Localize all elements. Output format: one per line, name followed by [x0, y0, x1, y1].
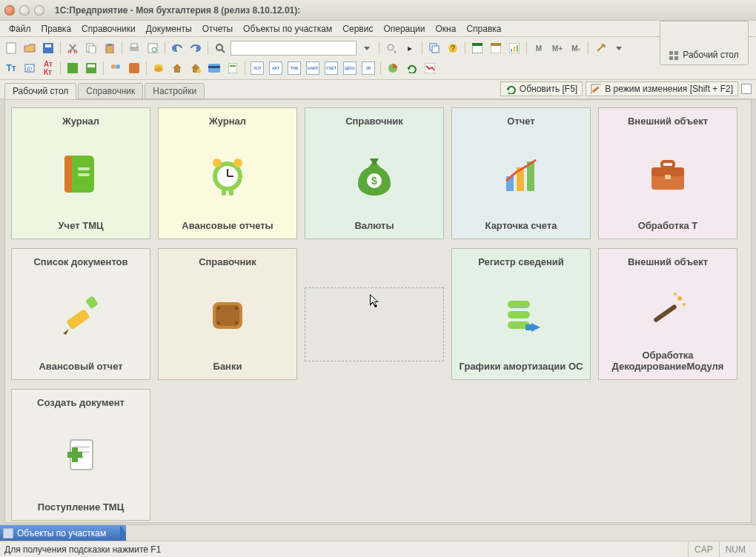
- find-icon[interactable]: [212, 40, 228, 56]
- card-name: Обработка Т: [638, 220, 698, 234]
- cut-icon[interactable]: [64, 40, 81, 56]
- card-5[interactable]: Список документовАвансовый отчет: [11, 248, 150, 380]
- help-icon[interactable]: ?: [445, 40, 461, 56]
- crate-icon: [163, 267, 292, 361]
- save-icon[interactable]: [40, 40, 56, 56]
- doc-type-накл[interactable]: НАКЛ: [305, 60, 321, 76]
- window-title: 1С:Предприятие - Моя бухгалтерия 8 (рели…: [55, 5, 300, 16]
- search-input[interactable]: [231, 41, 357, 56]
- house-money-icon[interactable]: [188, 60, 204, 76]
- doc-type-цен1[interactable]: ЦЕН1: [342, 60, 358, 76]
- dropdown-icon[interactable]: [359, 40, 375, 56]
- menu-file[interactable]: Файл: [4, 22, 36, 36]
- menu-edit[interactable]: Правка: [37, 22, 76, 36]
- doc-type-зп[interactable]: ЗП: [360, 60, 377, 76]
- card-4[interactable]: Внешний объектОбработка Т: [598, 107, 737, 239]
- report-icon[interactable]: [506, 40, 523, 56]
- card-2[interactable]: СправочникВалюты: [305, 107, 444, 239]
- doc-green-icon[interactable]: [225, 60, 241, 76]
- taskbar-item[interactable]: Объекты по участкам: [0, 525, 126, 541]
- tt-icon[interactable]: Тт: [3, 60, 19, 76]
- open-icon[interactable]: [21, 40, 38, 56]
- clock-icon: [163, 127, 292, 220]
- window-minimize-button[interactable]: [19, 5, 30, 16]
- edit-mode-button[interactable]: В режим изменения [Shift + F2]: [586, 81, 738, 96]
- menu-reports[interactable]: Отчеты: [198, 22, 237, 36]
- edit-icon: [591, 84, 601, 94]
- tab-desktop[interactable]: Рабочий стол: [4, 83, 76, 99]
- refresh-label: Обновить [F5]: [520, 84, 577, 94]
- undo-icon[interactable]: [169, 40, 185, 56]
- tab-catalog[interactable]: Справочник: [78, 83, 143, 99]
- panel1-icon[interactable]: [64, 60, 81, 76]
- windows-icon[interactable]: [426, 40, 442, 56]
- status-num: NUM: [719, 542, 752, 557]
- card-category: Журнал: [62, 116, 99, 127]
- house-icon[interactable]: [169, 60, 185, 76]
- copy-icon[interactable]: [83, 40, 99, 56]
- desktop-area: ЖурналУчет ТМЦЖурналАвансовые отчетыСпра…: [4, 99, 752, 523]
- grid-icon: [669, 51, 678, 60]
- window-close-button[interactable]: [4, 5, 15, 16]
- tools-dd-icon[interactable]: [611, 40, 627, 56]
- menu-ops[interactable]: Операции: [379, 22, 429, 36]
- account-icon[interactable]: Дт: [21, 60, 38, 76]
- desktop-widget-label: Рабочий стол: [683, 50, 738, 60]
- card-category: Журнал: [209, 116, 246, 127]
- wand-icon: [603, 267, 732, 350]
- chart-down-icon[interactable]: [422, 60, 438, 76]
- calendar-icon[interactable]: [469, 40, 485, 56]
- menu-objects[interactable]: Объекты по участкам: [239, 22, 336, 36]
- users-icon[interactable]: [107, 60, 124, 76]
- svg-rect-65: [131, 44, 137, 47]
- card-category: Список документов: [33, 256, 127, 267]
- m-minus-label: M-: [568, 44, 584, 53]
- card-icon[interactable]: [206, 60, 222, 76]
- book-icon[interactable]: [126, 60, 142, 76]
- redo-icon[interactable]: [188, 40, 204, 56]
- coins-icon[interactable]: [150, 60, 167, 76]
- svg-point-97: [154, 67, 163, 72]
- card-3[interactable]: ОтчетКарточка счета: [451, 107, 591, 239]
- panel2-icon[interactable]: [83, 60, 99, 76]
- new-doc-icon[interactable]: [3, 40, 19, 56]
- menu-help[interactable]: Справка: [462, 22, 505, 36]
- menu-service[interactable]: Сервис: [338, 22, 377, 36]
- doc-type-усл[interactable]: УСЛ: [249, 60, 265, 76]
- window-maximize-button[interactable]: [34, 5, 44, 16]
- moneybag-icon: [310, 127, 439, 220]
- goto-icon[interactable]: ▸: [402, 40, 418, 56]
- card-category: Регистр сведений: [478, 256, 564, 267]
- refresh-green-icon[interactable]: [403, 60, 420, 76]
- toolbar-row-2: Тт Дт АтКт УСЛАКТТОВНАКЛСЧЕТЦЕН1ЗП: [3, 59, 753, 77]
- print-icon[interactable]: [126, 40, 142, 56]
- card-name: Карточка счета: [485, 220, 557, 234]
- card-9[interactable]: Внешний объектОбработка ДекодированиеМод…: [598, 248, 737, 380]
- paste-icon[interactable]: [102, 40, 118, 56]
- card-name: Авансовые отчеты: [182, 220, 273, 234]
- menu-windows[interactable]: Окна: [431, 22, 461, 36]
- tab-settings[interactable]: Настройки: [145, 83, 205, 99]
- svg-rect-103: [228, 63, 237, 73]
- edit-mode-checkbox[interactable]: [741, 84, 752, 94]
- doc-type-счет[interactable]: СЧЕТ: [323, 60, 339, 76]
- card-8[interactable]: Регистр сведенийГрафики амортизации ОС: [451, 248, 591, 380]
- card-10[interactable]: Создать документПоступление ТМЦ: [11, 389, 150, 521]
- doc-type-тов[interactable]: ТОВ: [286, 60, 302, 76]
- card-0[interactable]: ЖурналУчет ТМЦ: [11, 107, 150, 239]
- doc-type-акт[interactable]: АКТ: [268, 60, 284, 76]
- refresh-button[interactable]: Обновить [F5]: [500, 81, 583, 96]
- tools-icon[interactable]: [592, 40, 609, 56]
- menu-catalog[interactable]: Справочники: [77, 22, 140, 36]
- card-category: Справочник: [199, 256, 256, 267]
- card-1[interactable]: ЖурналАвансовые отчеты: [158, 107, 297, 239]
- pie-icon[interactable]: [385, 60, 401, 76]
- svg-point-70: [216, 44, 222, 50]
- desktop-widget[interactable]: Рабочий стол: [660, 21, 749, 65]
- menu-docs[interactable]: Документы: [142, 22, 196, 36]
- card-6[interactable]: СправочникБанки: [158, 248, 297, 380]
- account2-icon[interactable]: АтКт: [40, 60, 56, 76]
- preview-icon[interactable]: [145, 40, 161, 56]
- find-next-icon[interactable]: [383, 40, 399, 56]
- calendar2-icon[interactable]: [488, 40, 504, 56]
